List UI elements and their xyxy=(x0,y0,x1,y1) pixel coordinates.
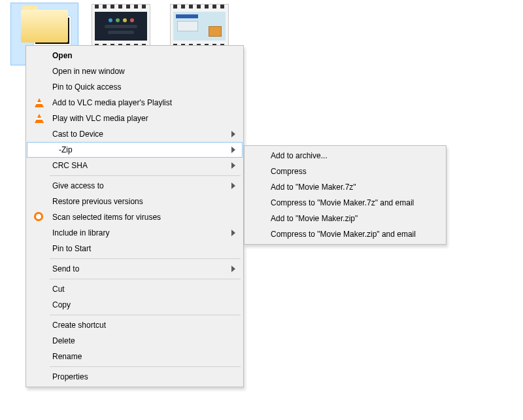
menu-label: Add to "Movie Maker.7z" xyxy=(271,183,356,192)
chevron-right-icon xyxy=(231,183,235,189)
menu-send-to[interactable]: Send to xyxy=(27,261,242,277)
menu-create-shortcut[interactable]: Create shortcut xyxy=(27,317,242,333)
vlc-icon xyxy=(34,113,44,124)
menu-scan-viruses[interactable]: Scan selected items for viruses xyxy=(27,209,242,225)
menu-separator xyxy=(50,258,241,259)
menu-separator xyxy=(50,315,241,315)
menu-7zip[interactable]: -Zip xyxy=(27,142,243,158)
menu-restore-previous[interactable]: Restore previous versions xyxy=(27,194,242,209)
menu-label: Add to VLC media player's Playlist xyxy=(52,98,172,107)
menu-label: -Zip xyxy=(59,145,73,154)
clip-frame xyxy=(173,12,226,41)
menu-play-vlc[interactable]: Play with VLC media player xyxy=(27,111,242,126)
menu-label: Copy xyxy=(52,300,71,309)
menu-label: Play with VLC media player xyxy=(52,114,148,123)
menu-pin-to-start[interactable]: Pin to Start xyxy=(27,241,242,256)
folder-icon xyxy=(21,6,68,43)
folder-thumbnail xyxy=(34,16,71,45)
video-thumbnail-2[interactable] xyxy=(170,4,229,48)
antivirus-icon xyxy=(34,212,44,222)
menu-give-access-to[interactable]: Give access to xyxy=(27,178,242,194)
menu-label: Add to "Movie Maker.zip" xyxy=(271,214,358,223)
menu-label: Cut xyxy=(52,285,65,294)
chevron-right-icon xyxy=(231,147,235,153)
menu-pin-quick-access[interactable]: Pin to Quick access xyxy=(27,79,242,95)
chevron-right-icon xyxy=(231,131,235,137)
filmstrip-icon xyxy=(92,4,150,48)
menu-label: Rename xyxy=(52,352,82,361)
menu-include-library[interactable]: Include in library xyxy=(27,225,242,241)
context-menu: Open Open in new window Pin to Quick acc… xyxy=(25,45,244,387)
menu-label: Open xyxy=(52,51,73,60)
menu-label: Compress to "Movie Maker.7z" and email xyxy=(271,198,414,207)
submenu-add-7z[interactable]: Add to "Movie Maker.7z" xyxy=(246,179,445,195)
submenu-compress[interactable]: Compress xyxy=(246,164,445,179)
menu-separator xyxy=(50,366,241,367)
menu-open[interactable]: Open xyxy=(27,48,242,63)
chevron-right-icon xyxy=(231,230,235,236)
menu-label: Properties xyxy=(52,372,88,381)
menu-label: Pin to Start xyxy=(52,244,91,253)
menu-label: Include in library xyxy=(52,228,109,237)
chevron-right-icon xyxy=(231,266,235,272)
menu-label: Delete xyxy=(52,336,75,345)
filmstrip-icon xyxy=(170,4,229,48)
menu-label: Compress xyxy=(271,167,307,176)
menu-separator xyxy=(50,279,241,279)
submenu-add-zip[interactable]: Add to "Movie Maker.zip" xyxy=(246,211,445,226)
submenu-compress-zip-email[interactable]: Compress to "Movie Maker.zip" and email xyxy=(246,226,445,242)
menu-label: Send to xyxy=(52,264,79,273)
clip-frame xyxy=(95,12,147,41)
menu-label: Restore previous versions xyxy=(52,197,143,206)
menu-label: Compress to "Movie Maker.zip" and email xyxy=(271,230,416,239)
submenu-compress-7z-email[interactable]: Compress to "Movie Maker.7z" and email xyxy=(246,195,445,211)
submenu-7zip: Add to archive... Compress Add to "Movie… xyxy=(244,145,447,245)
menu-label: Open in new window xyxy=(52,67,125,76)
menu-add-vlc-playlist[interactable]: Add to VLC media player's Playlist xyxy=(27,95,242,111)
video-thumbnail-1[interactable] xyxy=(92,4,150,48)
menu-label: Create shortcut xyxy=(52,321,106,330)
menu-copy[interactable]: Copy xyxy=(27,297,242,313)
vlc-icon xyxy=(34,97,44,108)
menu-crc-sha[interactable]: CRC SHA xyxy=(27,158,242,173)
chevron-right-icon xyxy=(231,162,235,169)
menu-label: Give access to xyxy=(52,181,104,190)
menu-label: Cast to Device xyxy=(52,130,103,139)
menu-open-new-window[interactable]: Open in new window xyxy=(27,63,242,79)
menu-separator xyxy=(50,175,241,176)
menu-label: Pin to Quick access xyxy=(52,82,121,92)
menu-cut[interactable]: Cut xyxy=(27,281,242,297)
menu-rename[interactable]: Rename xyxy=(27,349,242,364)
menu-label: Scan selected items for viruses xyxy=(52,213,161,222)
submenu-add-to-archive[interactable]: Add to archive... xyxy=(246,148,445,164)
menu-properties[interactable]: Properties xyxy=(27,369,242,385)
menu-label: Add to archive... xyxy=(271,151,328,160)
menu-delete[interactable]: Delete xyxy=(27,333,242,349)
menu-label: CRC SHA xyxy=(52,161,88,170)
menu-cast-to-device[interactable]: Cast to Device xyxy=(27,126,242,142)
